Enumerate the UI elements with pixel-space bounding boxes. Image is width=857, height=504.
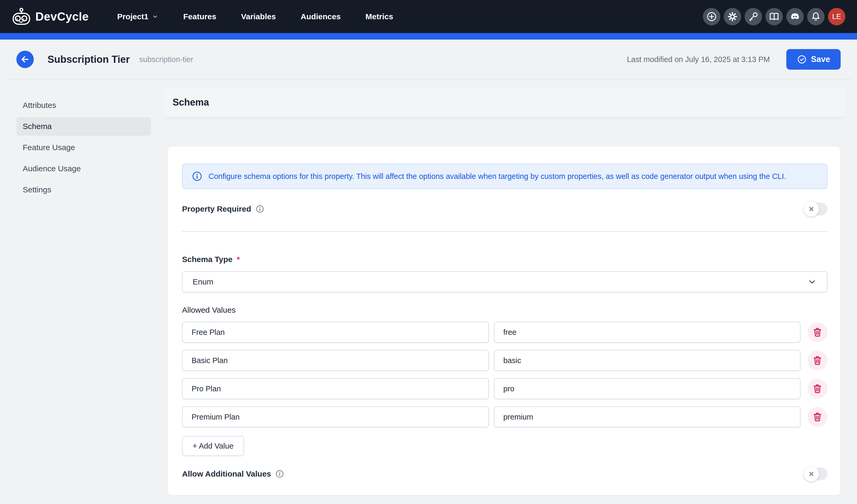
sidebar-item-attributes[interactable]: Attributes — [16, 96, 151, 115]
header-right: Last modified on July 16, 2025 at 3:13 P… — [627, 49, 841, 70]
delete-value-button[interactable] — [807, 350, 827, 370]
trash-icon — [812, 383, 823, 394]
chevron-down-icon — [807, 277, 817, 287]
allow-additional-label-group: Allow Additional Values — [182, 469, 284, 478]
section-divider — [182, 231, 827, 232]
info-icon — [191, 171, 203, 182]
discord-button[interactable] — [786, 8, 804, 25]
create-button[interactable] — [703, 8, 720, 25]
add-value-button[interactable]: + Add Value — [182, 436, 244, 456]
value-label-input[interactable] — [182, 378, 489, 399]
allow-additional-row: Allow Additional Values — [182, 468, 827, 480]
app-root: DevCycle Project1 Features Variables Aud… — [0, 0, 857, 504]
plus-circle-icon — [706, 11, 717, 22]
value-label-input[interactable] — [182, 406, 489, 427]
value-key-input[interactable] — [494, 322, 801, 343]
section-title: Schema — [172, 97, 209, 108]
nav-item-metrics[interactable]: Metrics — [366, 12, 393, 21]
schema-type-label: Schema Type — [182, 255, 233, 264]
delete-value-button[interactable] — [807, 407, 827, 427]
docs-button[interactable] — [766, 8, 783, 25]
value-key-input[interactable] — [494, 378, 801, 399]
info-tooltip-icon[interactable] — [275, 469, 284, 478]
info-banner: Configure schema options for this proper… — [182, 164, 827, 189]
delete-value-button[interactable] — [807, 322, 827, 342]
sidebar-item-audience-usage[interactable]: Audience Usage — [16, 159, 151, 178]
toggle-knob — [804, 201, 819, 217]
allowed-values-label: Allowed Values — [182, 306, 827, 315]
content-area: Attributes Schema Feature Usage Audience… — [0, 80, 857, 495]
value-key-input[interactable] — [494, 406, 801, 427]
schema-card: Configure schema options for this proper… — [168, 147, 840, 495]
property-required-toggle[interactable] — [804, 203, 827, 215]
delete-value-button[interactable] — [807, 379, 827, 399]
api-keys-button[interactable] — [744, 8, 762, 25]
info-banner-text: Configure schema options for this proper… — [208, 172, 786, 181]
nav-item-features[interactable]: Features — [183, 12, 216, 21]
gear-icon — [727, 11, 738, 22]
notifications-button[interactable] — [807, 8, 825, 25]
property-required-label: Property Required — [182, 204, 251, 214]
page-header: Subscription Tier subscription-tier Last… — [0, 39, 857, 79]
nav-item-variables[interactable]: Variables — [241, 12, 276, 21]
accent-bar — [0, 33, 857, 39]
allowed-value-row — [182, 406, 827, 427]
section-header: Schema — [164, 88, 846, 117]
top-navbar: DevCycle Project1 Features Variables Aud… — [0, 0, 857, 33]
discord-icon — [790, 11, 800, 22]
sidebar-item-settings[interactable]: Settings — [16, 181, 151, 199]
sidebar-item-schema[interactable]: Schema — [16, 117, 151, 136]
arrow-left-icon — [20, 54, 30, 64]
value-label-input[interactable] — [182, 350, 489, 371]
info-tooltip-icon[interactable] — [255, 204, 264, 214]
settings-sidebar: Attributes Schema Feature Usage Audience… — [0, 80, 164, 202]
chevron-down-icon — [152, 13, 158, 20]
trash-icon — [812, 411, 823, 422]
allow-additional-label: Allow Additional Values — [182, 469, 271, 478]
x-icon — [808, 470, 815, 477]
logo-wordmark: DevCycle — [35, 10, 89, 23]
nav-item-project[interactable]: Project1 — [117, 12, 158, 21]
nav-item-project-label: Project1 — [117, 12, 148, 21]
toggle-knob — [804, 466, 819, 482]
allowed-value-row — [182, 322, 827, 343]
devcycle-logo[interactable]: DevCycle — [12, 7, 89, 26]
page-title: Subscription Tier — [48, 54, 130, 65]
sidebar-item-feature-usage[interactable]: Feature Usage — [16, 138, 151, 157]
x-icon — [808, 205, 815, 213]
property-required-label-group: Property Required — [182, 204, 264, 214]
settings-button[interactable] — [724, 8, 741, 25]
schema-type-label-group: Schema Type * — [182, 255, 827, 264]
book-icon — [769, 11, 779, 22]
last-modified-text: Last modified on July 16, 2025 at 3:13 P… — [627, 55, 770, 64]
user-avatar[interactable]: LE — [828, 8, 845, 25]
allowed-value-row — [182, 350, 827, 371]
trash-icon — [812, 355, 823, 366]
primary-nav: Project1 Features Variables Audiences Me… — [117, 12, 393, 21]
devcycle-robot-icon — [12, 7, 31, 26]
schema-type-value: Enum — [192, 277, 213, 286]
key-icon — [748, 11, 759, 22]
allowed-value-row — [182, 378, 827, 399]
property-required-row: Property Required — [182, 203, 827, 215]
save-button-label: Save — [811, 55, 830, 64]
navbar-actions: LE — [703, 8, 845, 25]
value-label-input[interactable] — [182, 322, 489, 343]
value-key-input[interactable] — [494, 350, 801, 371]
page-slug: subscription-tier — [139, 55, 194, 64]
allow-additional-toggle[interactable] — [804, 468, 827, 480]
nav-item-audiences[interactable]: Audiences — [301, 12, 341, 21]
main-panel: Schema Configure schema options for this… — [164, 80, 857, 495]
required-asterisk: * — [237, 255, 240, 264]
save-button[interactable]: Save — [786, 49, 841, 70]
schema-type-select[interactable]: Enum — [182, 271, 827, 292]
trash-icon — [812, 327, 823, 338]
back-button[interactable] — [16, 51, 34, 68]
check-circle-icon — [797, 54, 807, 64]
bell-icon — [810, 11, 821, 22]
